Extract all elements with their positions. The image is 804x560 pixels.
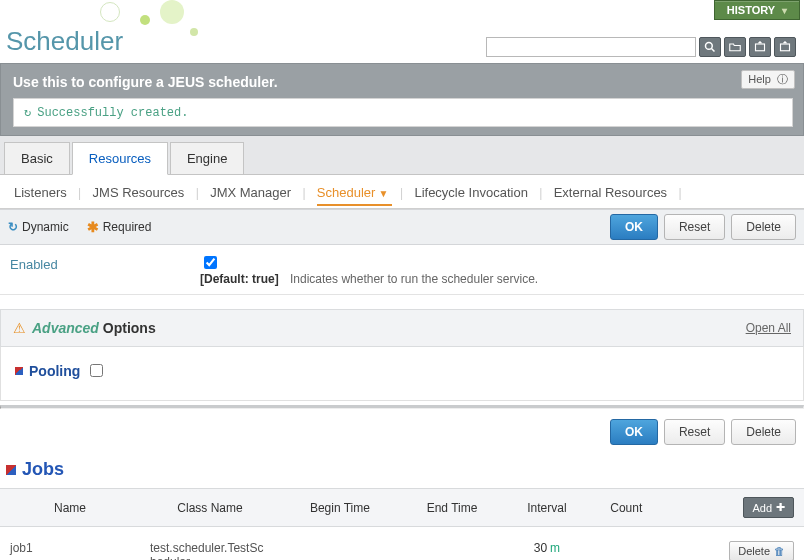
col-begin-time: Begin Time [280, 489, 400, 527]
warning-icon: ⚠ [13, 320, 26, 336]
tab-resources[interactable]: Resources [72, 142, 168, 175]
required-icon: ✱ [87, 219, 99, 235]
plus-icon: ✚ [776, 501, 785, 514]
col-name: Name [0, 489, 140, 527]
legend-dynamic: ↻ Dynamic [8, 220, 69, 234]
col-count: Count [590, 489, 663, 527]
history-button[interactable]: HISTORY ▾ [714, 0, 800, 20]
cell-end-time [400, 527, 504, 561]
history-label: HISTORY [727, 4, 775, 16]
table-row: job1 test.scheduler.TestScheduler 30m De… [0, 527, 804, 561]
subnav-listeners[interactable]: Listeners [14, 185, 67, 200]
xml-import-icon[interactable] [774, 37, 796, 57]
cell-name: job1 [0, 527, 140, 561]
svg-point-0 [706, 43, 713, 50]
svg-rect-3 [781, 44, 790, 51]
dynamic-icon: ↻ [8, 220, 18, 234]
refresh-icon: ↻ [24, 106, 31, 120]
chevron-down-icon: ▼ [378, 188, 388, 199]
jobs-heading: Jobs [0, 455, 804, 488]
reset-button[interactable]: Reset [664, 214, 725, 240]
main-tabs: Basic Resources Engine [0, 142, 804, 175]
svg-rect-2 [756, 44, 765, 51]
jobs-table: Name Class Name Begin Time End Time Inte… [0, 488, 804, 560]
col-actions: Add ✚ [663, 489, 804, 527]
subnav-external-resources[interactable]: External Resources [554, 185, 667, 200]
advanced-options-body: Pooling [0, 347, 804, 401]
chevron-down-icon: ▾ [782, 5, 787, 16]
subnav-jms-resources[interactable]: JMS Resources [93, 185, 185, 200]
col-class-name: Class Name [140, 489, 280, 527]
col-end-time: End Time [400, 489, 504, 527]
advanced-options-header: ⚠ Advanced Options Open All [0, 309, 804, 347]
flash-message: ↻Successfully created. [13, 98, 793, 127]
row-delete-button[interactable]: Delete 🗑 [729, 541, 794, 560]
cell-class-name: test.scheduler.TestScheduler [140, 527, 280, 561]
trash-icon: 🗑 [774, 545, 785, 557]
delete-button-2[interactable]: Delete [731, 419, 796, 445]
form-row-enabled: Enabled [Default: true] Indicates whethe… [0, 245, 804, 295]
enabled-label: Enabled [0, 245, 190, 294]
svg-line-1 [712, 49, 715, 52]
tab-engine[interactable]: Engine [170, 142, 244, 174]
xml-export-icon[interactable] [749, 37, 771, 57]
search-icon[interactable] [699, 37, 721, 57]
add-button[interactable]: Add ✚ [743, 497, 794, 518]
ok-button-2[interactable]: OK [610, 419, 658, 445]
enabled-desc: Indicates whether to run the scheduler s… [290, 272, 538, 286]
cell-interval: 30m [504, 527, 589, 561]
subnav-lifecycle-invocation[interactable]: Lifecycle Invocation [414, 185, 527, 200]
section-icon [6, 465, 16, 475]
tab-basic[interactable]: Basic [4, 142, 70, 174]
pooling-checkbox[interactable] [90, 364, 103, 377]
help-button[interactable]: Help ⓘ [741, 70, 795, 89]
delete-button[interactable]: Delete [731, 214, 796, 240]
subnav-scheduler[interactable]: Scheduler▼ [317, 185, 392, 206]
col-interval: Interval [504, 489, 589, 527]
cell-begin-time [280, 527, 400, 561]
pooling-section[interactable]: Pooling [15, 361, 106, 380]
info-banner: Use this to configure a JEUS scheduler. … [0, 63, 804, 136]
page-title: Scheduler [6, 26, 123, 57]
enabled-default: [Default: true] [200, 272, 279, 286]
folder-open-icon[interactable] [724, 37, 746, 57]
legend-required: ✱ Required [87, 219, 152, 235]
enabled-checkbox[interactable] [204, 256, 217, 269]
ok-button[interactable]: OK [610, 214, 658, 240]
sub-nav: Listeners | JMS Resources | JMX Manager … [0, 175, 804, 209]
cell-count [590, 527, 663, 561]
reset-button-2[interactable]: Reset [664, 419, 725, 445]
subnav-jmx-manager[interactable]: JMX Manager [210, 185, 291, 200]
help-icon: ⓘ [777, 73, 788, 85]
banner-title: Use this to configure a JEUS scheduler. [13, 74, 278, 90]
section-icon [15, 367, 23, 375]
search-input[interactable] [486, 37, 696, 57]
open-all-link[interactable]: Open All [746, 321, 791, 335]
